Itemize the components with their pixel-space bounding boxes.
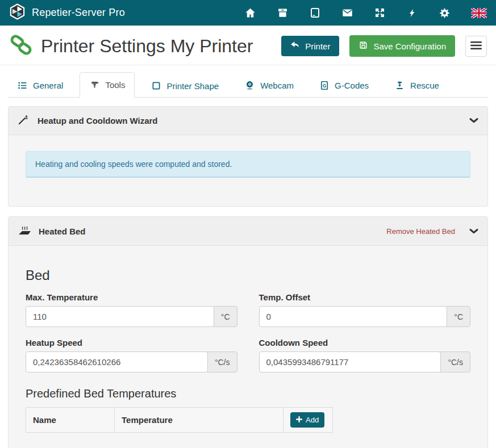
heated-bed-panel: Heated Bed Remove Heated Bed Bed Max. Te… <box>8 216 488 448</box>
wizard-panel-title: Heatup and Cooldown Wizard <box>37 116 158 125</box>
tab-tools[interactable]: Tools <box>80 72 135 98</box>
table-header-row: Name Temperature Add <box>26 408 333 433</box>
bed-fields-grid: Max. Temperature °C Temp. Offset °C Heat… <box>26 292 470 372</box>
printer-box-icon[interactable] <box>277 7 289 19</box>
tablet-icon[interactable] <box>309 7 321 19</box>
more-menu-button[interactable] <box>465 36 487 57</box>
heated-bed-icon <box>18 224 32 238</box>
header-divider <box>0 65 496 65</box>
svg-text:G: G <box>323 83 326 89</box>
language-flag-icon[interactable] <box>471 7 487 19</box>
printer-back-label: Printer <box>305 41 330 51</box>
repetier-logo-icon <box>9 3 26 22</box>
heatup-speed-unit: °C/s <box>206 351 237 372</box>
temp-offset-input[interactable] <box>259 306 448 327</box>
cooldown-speed-field: Cooldown Speed °C/s <box>259 338 471 372</box>
page-title: Printer Settings My Printer <box>41 36 253 57</box>
tab-gcodes-label: G-Codes <box>335 81 369 90</box>
predefined-bed-temperatures-table: Name Temperature Add <box>26 407 333 433</box>
wizard-panel-header[interactable]: Heatup and Cooldown Wizard <box>9 107 487 135</box>
cooldown-speed-input[interactable] <box>259 351 441 372</box>
link-chain-icon <box>9 33 33 59</box>
temp-offset-label: Temp. Offset <box>259 292 471 302</box>
wizard-collapse-chevron-icon[interactable] <box>469 118 478 124</box>
wizard-info-alert: Heating and cooling speeds were computed… <box>26 151 470 178</box>
tab-printer-shape[interactable]: Printer Shape <box>142 74 228 98</box>
column-header-name: Name <box>26 408 115 433</box>
top-navbar: Repetier-Server Pro <box>0 0 496 26</box>
printer-back-button[interactable]: Printer <box>281 36 339 56</box>
tab-printer-shape-label: Printer Shape <box>166 81 219 91</box>
cooldown-speed-unit: °C/s <box>439 351 470 372</box>
save-floppy-icon <box>359 40 368 52</box>
heatup-speed-field: Heatup Speed °C/s <box>26 338 237 372</box>
brand[interactable]: Repetier-Server Pro <box>9 3 125 22</box>
tab-gcodes[interactable]: G G-Codes <box>310 73 378 98</box>
temp-offset-unit: °C <box>445 306 470 327</box>
max-temperature-label: Max. Temperature <box>26 292 237 302</box>
max-temperature-input[interactable] <box>26 306 214 327</box>
save-configuration-button[interactable]: Save Configuration <box>349 35 455 57</box>
settings-tabs: General Tools Printer Shape Webcam G G-C… <box>8 72 488 98</box>
tab-tools-label: Tools <box>105 80 125 90</box>
plus-icon <box>296 416 302 424</box>
page-header: Printer Settings My Printer Printer Save… <box>0 26 496 65</box>
add-temperature-button[interactable]: Add <box>290 412 324 428</box>
tab-webcam-label: Webcam <box>260 81 294 90</box>
wizard-panel-body: Heating and cooling speeds were computed… <box>9 135 487 206</box>
header-actions: Printer Save Configuration <box>281 35 487 57</box>
predefined-bed-temperatures-heading: Predefined Bed Temperatures <box>26 387 470 400</box>
fullscreen-icon[interactable] <box>374 7 386 19</box>
add-temperature-label: Add <box>306 416 319 424</box>
heatup-cooldown-wizard-panel: Heatup and Cooldown Wizard Heating and c… <box>8 106 488 207</box>
hamburger-menu-icon <box>470 41 482 52</box>
heated-bed-collapse-chevron-icon[interactable] <box>469 228 478 235</box>
magic-wand-icon <box>18 114 29 127</box>
heated-bed-panel-title: Heated Bed <box>39 227 86 236</box>
home-icon[interactable] <box>244 7 256 19</box>
heatup-speed-label: Heatup Speed <box>26 338 237 347</box>
column-header-temperature: Temperature <box>115 408 284 433</box>
temp-offset-field: Temp. Offset °C <box>259 292 471 327</box>
save-configuration-label: Save Configuration <box>373 41 446 51</box>
tab-general[interactable]: General <box>8 73 72 98</box>
brand-title: Repetier-Server Pro <box>32 7 125 19</box>
tab-rescue-label: Rescue <box>410 81 439 90</box>
cooldown-speed-label: Cooldown Speed <box>259 338 471 347</box>
heated-bed-panel-body: Bed Max. Temperature °C Temp. Offset °C … <box>9 246 487 448</box>
remove-heated-bed-link[interactable]: Remove Heated Bed <box>386 227 455 236</box>
tab-general-label: General <box>33 81 63 90</box>
navbar-icons <box>244 7 487 19</box>
quick-commands-bolt-icon[interactable] <box>406 7 418 19</box>
back-arrow-icon <box>290 41 300 51</box>
wizard-alert-text: Heating and cooling speeds were computed… <box>35 160 232 169</box>
bed-section-heading: Bed <box>26 267 470 283</box>
messages-envelope-icon[interactable] <box>341 7 353 19</box>
column-header-action: Add <box>284 408 333 433</box>
max-temperature-unit: °C <box>212 306 237 327</box>
heated-bed-panel-header[interactable]: Heated Bed Remove Heated Bed <box>9 217 487 246</box>
heatup-speed-input[interactable] <box>26 351 208 372</box>
max-temperature-field: Max. Temperature °C <box>26 292 237 327</box>
settings-gear-icon[interactable] <box>439 7 451 19</box>
tab-rescue[interactable]: Rescue <box>385 73 448 98</box>
tab-webcam[interactable]: Webcam <box>235 73 303 98</box>
